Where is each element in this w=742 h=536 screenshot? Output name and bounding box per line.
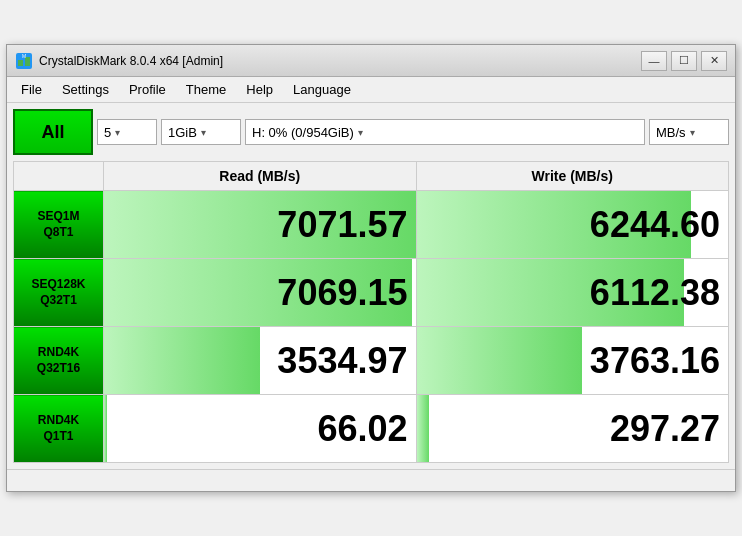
- row-label: SEQ1MQ8T1: [14, 191, 104, 259]
- header-write: Write (MB/s): [416, 162, 729, 191]
- write-value-cell: 3763.16: [416, 327, 729, 395]
- read-value: 7071.57: [104, 191, 416, 258]
- svg-rect-1: [18, 60, 23, 66]
- menu-item-settings[interactable]: Settings: [52, 79, 119, 100]
- write-value: 6244.60: [417, 191, 729, 258]
- read-value-cell: 7069.15: [104, 259, 417, 327]
- write-value-cell: 297.27: [416, 395, 729, 463]
- menu-item-file[interactable]: File: [11, 79, 52, 100]
- drive-arrow: ▾: [358, 127, 363, 138]
- table-row: SEQ128KQ32T1 7069.15 6112.38: [14, 259, 729, 327]
- header-read: Read (MB/s): [104, 162, 417, 191]
- row-label: SEQ128KQ32T1: [14, 259, 104, 327]
- status-bar: [7, 469, 735, 491]
- write-value: 6112.38: [417, 259, 729, 326]
- read-value-cell: 7071.57: [104, 191, 417, 259]
- controls-row: All 5 ▾ 1GiB ▾ H: 0% (0/954GiB) ▾ MB/s ▾: [13, 109, 729, 155]
- read-value: 66.02: [104, 395, 416, 462]
- drive-dropdown[interactable]: H: 0% (0/954GiB) ▾: [245, 119, 645, 145]
- read-value: 3534.97: [104, 327, 416, 394]
- write-value-cell: 6244.60: [416, 191, 729, 259]
- all-button[interactable]: All: [13, 109, 93, 155]
- main-content: All 5 ▾ 1GiB ▾ H: 0% (0/954GiB) ▾ MB/s ▾: [7, 103, 735, 469]
- window-title: CrystalDiskMark 8.0.4 x64 [Admin]: [39, 54, 223, 68]
- maximize-button[interactable]: ☐: [671, 51, 697, 71]
- table-row: RND4KQ1T1 66.02 297.27: [14, 395, 729, 463]
- size-value: 1GiB: [168, 125, 197, 140]
- write-value: 297.27: [417, 395, 729, 462]
- read-value-cell: 3534.97: [104, 327, 417, 395]
- table-row: RND4KQ32T16 3534.97 3763.16: [14, 327, 729, 395]
- close-button[interactable]: ✕: [701, 51, 727, 71]
- unit-value: MB/s: [656, 125, 686, 140]
- count-dropdown[interactable]: 5 ▾: [97, 119, 157, 145]
- unit-arrow: ▾: [690, 127, 695, 138]
- menu-item-profile[interactable]: Profile: [119, 79, 176, 100]
- title-bar-left: M CrystalDiskMark 8.0.4 x64 [Admin]: [15, 52, 223, 70]
- header-label: [14, 162, 104, 191]
- menu-item-theme[interactable]: Theme: [176, 79, 236, 100]
- app-icon: M: [15, 52, 33, 70]
- menu-item-help[interactable]: Help: [236, 79, 283, 100]
- read-value-cell: 66.02: [104, 395, 417, 463]
- main-window: M CrystalDiskMark 8.0.4 x64 [Admin] — ☐ …: [6, 44, 736, 492]
- write-value-cell: 6112.38: [416, 259, 729, 327]
- size-arrow: ▾: [201, 127, 206, 138]
- row-label: RND4KQ32T16: [14, 327, 104, 395]
- menu-bar: FileSettingsProfileThemeHelpLanguage: [7, 77, 735, 103]
- count-value: 5: [104, 125, 111, 140]
- table-row: SEQ1MQ8T1 7071.57 6244.60: [14, 191, 729, 259]
- results-table: Read (MB/s) Write (MB/s) SEQ1MQ8T1 7071.…: [13, 161, 729, 463]
- write-value: 3763.16: [417, 327, 729, 394]
- count-arrow: ▾: [115, 127, 120, 138]
- drive-value: H: 0% (0/954GiB): [252, 125, 354, 140]
- title-bar: M CrystalDiskMark 8.0.4 x64 [Admin] — ☐ …: [7, 45, 735, 77]
- title-bar-controls: — ☐ ✕: [641, 51, 727, 71]
- read-value: 7069.15: [104, 259, 416, 326]
- svg-text:M: M: [22, 53, 26, 59]
- menu-item-language[interactable]: Language: [283, 79, 361, 100]
- unit-dropdown[interactable]: MB/s ▾: [649, 119, 729, 145]
- minimize-button[interactable]: —: [641, 51, 667, 71]
- row-label: RND4KQ1T1: [14, 395, 104, 463]
- size-dropdown[interactable]: 1GiB ▾: [161, 119, 241, 145]
